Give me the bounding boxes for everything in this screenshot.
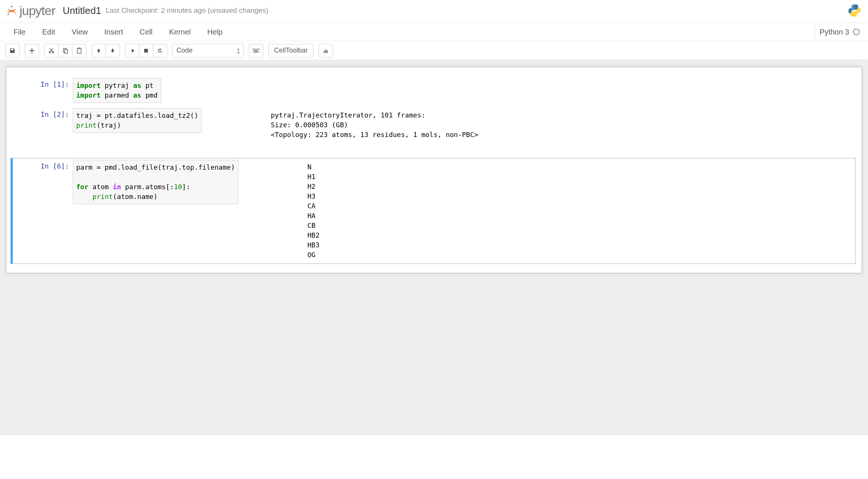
cell-type-value: Code — [176, 47, 193, 54]
chevron-updown-icon: ▲▼ — [237, 47, 240, 55]
svg-rect-25 — [327, 50, 328, 53]
svg-rect-14 — [255, 49, 255, 50]
input-prompt: In [6]: — [13, 160, 73, 262]
svg-point-4 — [856, 15, 857, 16]
menu-file[interactable]: File — [5, 23, 34, 41]
checkpoint-status: Last Checkpoint: 2 minutes ago (unsaved … — [106, 6, 268, 15]
header: jupyter Untitled1 Last Checkpoint: 2 min… — [0, 0, 868, 23]
menu-help[interactable]: Help — [199, 23, 231, 41]
svg-rect-11 — [144, 49, 148, 53]
input-prompt: In [2]: — [13, 108, 73, 142]
celltoolbar-button[interactable]: CellToolbar — [268, 44, 313, 57]
menu-kernel[interactable]: Kernel — [161, 23, 199, 41]
svg-rect-15 — [256, 49, 256, 50]
save-button[interactable] — [5, 44, 20, 57]
menu-cell[interactable]: Cell — [131, 23, 161, 41]
menu-view[interactable]: View — [63, 23, 96, 41]
copy-button[interactable] — [58, 44, 72, 57]
code-cell[interactable]: In [6]:parm = pmd.load_file(traj.top.fil… — [11, 158, 856, 264]
move-down-button[interactable] — [105, 44, 120, 57]
output-text: pytraj.TrajectoryIterator, 101 frames: S… — [268, 108, 481, 142]
run-button[interactable] — [125, 44, 139, 57]
svg-rect-22 — [254, 51, 258, 52]
jupyter-logo-icon — [6, 5, 17, 16]
output-text: N H1 H2 H3 CA HA CB HB2 HB3 OG — [304, 160, 323, 262]
command-palette-button[interactable] — [249, 44, 263, 57]
code-input[interactable]: traj = pt.datafiles.load_tz2() print(tra… — [73, 108, 202, 133]
python-logo-icon — [847, 3, 862, 18]
output-prompt — [208, 108, 268, 142]
svg-rect-8 — [65, 50, 68, 53]
toolbar: Code ▲▼ CellToolbar — [0, 41, 868, 60]
svg-rect-13 — [253, 49, 254, 50]
restart-button[interactable] — [153, 44, 167, 57]
jupyter-logo-text: jupyter — [20, 3, 55, 18]
output-prompt — [244, 160, 304, 262]
svg-rect-23 — [324, 51, 325, 53]
svg-point-1 — [8, 14, 9, 15]
menu-insert[interactable]: Insert — [96, 23, 131, 41]
notebook-container: In [1]:import pytraj as pt import parmed… — [0, 60, 868, 435]
interrupt-button[interactable] — [139, 44, 153, 57]
chart-button[interactable] — [319, 44, 333, 57]
kernel-idle-icon — [853, 29, 860, 35]
move-up-button[interactable] — [92, 44, 106, 57]
svg-rect-16 — [257, 49, 258, 50]
svg-rect-21 — [257, 50, 258, 51]
svg-rect-18 — [254, 50, 255, 51]
code-cell[interactable]: In [1]:import pytraj as pt import parmed… — [12, 76, 856, 105]
svg-point-3 — [852, 6, 853, 7]
svg-rect-19 — [255, 50, 256, 51]
svg-rect-20 — [256, 50, 257, 51]
cell-type-select[interactable]: Code ▲▼ — [172, 44, 244, 57]
code-input[interactable]: import pytraj as pt import parmed as pmd — [73, 78, 161, 103]
svg-point-0 — [11, 6, 13, 8]
notebook: In [1]:import pytraj as pt import parmed… — [6, 67, 862, 273]
svg-point-2 — [15, 14, 16, 15]
kernel-indicator: Python 3 — [815, 25, 863, 39]
menu-edit[interactable]: Edit — [34, 23, 63, 41]
notebook-title[interactable]: Untitled1 — [63, 5, 101, 17]
kernel-name: Python 3 — [820, 28, 849, 36]
svg-rect-10 — [78, 48, 80, 49]
svg-rect-17 — [258, 49, 259, 50]
input-prompt: In [1]: — [13, 78, 73, 103]
menubar: File Edit View Insert Cell Kernel Help P… — [0, 23, 868, 41]
jupyter-logo[interactable]: jupyter — [6, 3, 55, 18]
svg-rect-9 — [77, 48, 81, 53]
cut-button[interactable] — [44, 44, 59, 57]
paste-button[interactable] — [72, 44, 86, 57]
svg-rect-24 — [325, 50, 326, 53]
code-input[interactable]: parm = pmd.load_file(traj.top.filename) … — [73, 160, 238, 204]
add-cell-button[interactable] — [25, 44, 39, 57]
code-cell[interactable]: In [2]:traj = pt.datafiles.load_tz2() pr… — [12, 106, 856, 144]
